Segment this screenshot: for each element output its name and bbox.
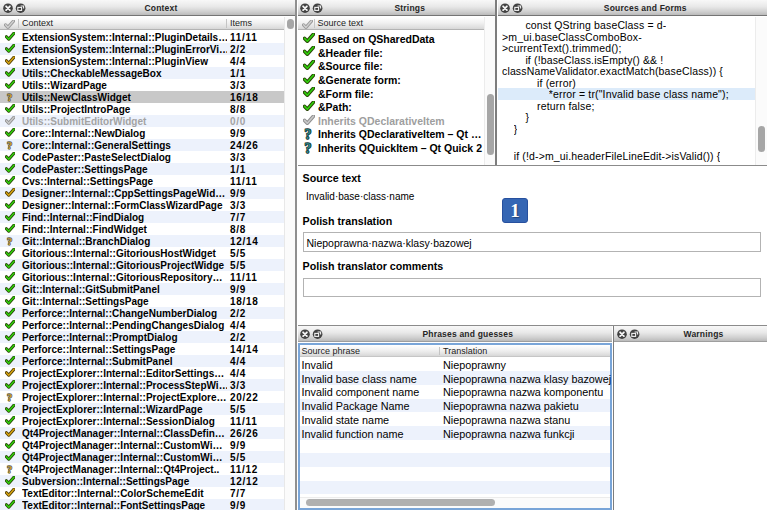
svg-text:?: ? xyxy=(304,128,311,141)
svg-text:?: ? xyxy=(304,142,311,155)
svg-text:?: ? xyxy=(6,237,11,248)
svg-text:?: ? xyxy=(6,393,11,404)
svg-text:?: ? xyxy=(6,465,11,476)
svg-text:?: ? xyxy=(6,141,11,152)
svg-text:?: ? xyxy=(6,93,11,104)
